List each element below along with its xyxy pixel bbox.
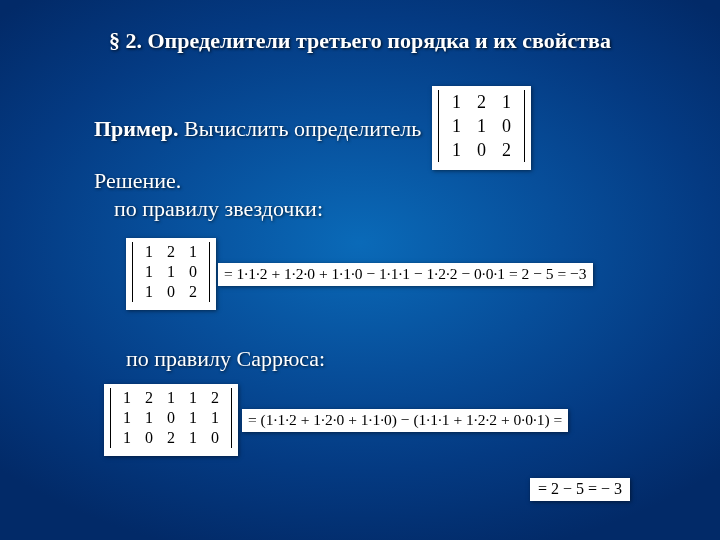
example-line: Пример. Вычислить определитель	[94, 116, 421, 142]
star-computation: 121 110 102 = 1·1·2 + 1·2·0 + 1·1·0 − 1·…	[126, 238, 593, 310]
star-rule-label: по правилу звездочки:	[114, 196, 323, 222]
slide: § 2. Определители третьего порядка и их …	[0, 0, 720, 540]
example-matrix: 121 110 102	[432, 86, 531, 170]
sarrus-expression: = (1·1·2 + 1·2·0 + 1·1·0) − (1·1·1 + 1·2…	[242, 409, 568, 432]
section-title: § 2. Определители третьего порядка и их …	[0, 28, 720, 54]
star-expression: = 1·1·2 + 1·2·0 + 1·1·0 − 1·1·1 − 1·2·2 …	[218, 263, 593, 286]
sarrus-matrix: 1 2 1 1 2 1 1 0 1 1 1 0	[104, 384, 238, 456]
sarrus-result: = 2 − 5 = − 3	[530, 478, 630, 501]
sarrus-rule-label: по правилу Саррюса:	[126, 346, 325, 372]
example-text: Вычислить определитель	[179, 116, 422, 141]
star-matrix: 121 110 102	[126, 238, 216, 310]
solution-label: Решение.	[94, 168, 181, 194]
sarrus-computation: 1 2 1 1 2 1 1 0 1 1 1 0	[104, 384, 568, 456]
example-label: Пример.	[94, 116, 179, 141]
